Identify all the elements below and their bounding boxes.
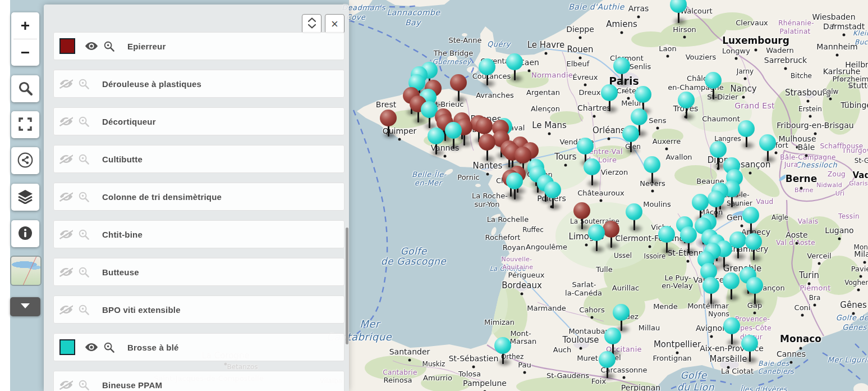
marker-head (702, 277, 719, 294)
layer-item[interactable]: Butteuse (53, 258, 345, 286)
marker-head (599, 351, 616, 368)
marker-head (476, 117, 493, 134)
eye-hidden-icon[interactable] (59, 191, 73, 202)
layers-panel: × EpierreurDérouleuse à plastiquesDécort… (44, 4, 349, 391)
zoom-to-layer-icon[interactable] (78, 191, 90, 203)
map-marker-red[interactable] (380, 110, 397, 143)
marker-shadow (508, 193, 524, 202)
layer-item[interactable]: Epierreur (53, 32, 345, 60)
layer-item[interactable]: Bineuse PPAM (53, 371, 345, 391)
map-marker-cyan[interactable] (741, 335, 758, 369)
map-marker-cyan[interactable] (678, 92, 695, 125)
zoom-to-layer-icon[interactable] (78, 153, 90, 165)
panel-close-button[interactable]: × (325, 14, 345, 34)
map-marker-cyan[interactable] (544, 181, 561, 215)
layer-label: Cultibutte (102, 154, 143, 164)
map-marker-cyan[interactable] (705, 72, 722, 106)
map-marker-cyan[interactable] (506, 172, 523, 206)
about-button[interactable] (11, 220, 39, 247)
marker-shadow (682, 247, 698, 256)
layer-item[interactable]: Brosse à blé (53, 333, 345, 361)
map-marker-cyan[interactable] (479, 58, 495, 92)
marker-shadow (725, 338, 741, 347)
marker-shadow (603, 105, 619, 114)
map-marker-red[interactable] (450, 74, 467, 108)
zoom-to-layer-icon[interactable] (78, 266, 90, 278)
map-marker-cyan[interactable] (670, 0, 687, 30)
zoom-to-layer-icon[interactable] (103, 342, 115, 353)
eye-hidden-icon[interactable] (59, 266, 73, 278)
eye-visible-icon[interactable] (85, 342, 98, 353)
marker-shadow (590, 245, 606, 254)
map-marker-cyan[interactable] (658, 226, 675, 260)
toolbar-more-button[interactable] (10, 297, 40, 316)
eye-hidden-icon[interactable] (59, 379, 73, 390)
map-marker-cyan[interactable] (723, 272, 740, 306)
layer-label: Colonne de tri densimètrique (102, 192, 222, 202)
map-marker-cyan[interactable] (588, 224, 605, 258)
layer-item[interactable]: Chtit-bine (53, 220, 345, 248)
zoom-to-layer-icon[interactable] (78, 304, 90, 316)
page-left-margin (0, 0, 10, 391)
zoom-to-layer-icon[interactable] (78, 379, 90, 391)
zoom-to-layer-icon[interactable] (103, 40, 115, 52)
marker-head (588, 224, 605, 241)
eye-hidden-icon[interactable] (59, 304, 73, 315)
marker-head (741, 335, 758, 352)
share-button[interactable] (11, 147, 39, 174)
fullscreen-button[interactable] (11, 111, 39, 138)
zoom-to-layer-icon[interactable] (78, 116, 90, 128)
eye-hidden-icon[interactable] (59, 229, 73, 240)
eye-visible-icon[interactable] (85, 40, 98, 52)
map-marker-cyan[interactable] (445, 122, 462, 156)
map-marker-cyan[interactable] (745, 233, 762, 267)
panel-reorder-button[interactable] (302, 14, 322, 34)
layer-label: BPO viti extensible (102, 305, 181, 315)
panel-scrollbar[interactable] (346, 228, 348, 344)
marker-shadow (740, 141, 756, 150)
map-marker-cyan[interactable] (506, 53, 523, 87)
layers-button[interactable] (11, 184, 39, 211)
zoom-in-button[interactable]: + (11, 12, 39, 39)
map-marker-cyan[interactable] (680, 226, 697, 260)
map-marker-cyan[interactable] (622, 125, 639, 159)
marker-head (678, 92, 695, 108)
map-marker-cyan[interactable] (723, 317, 740, 351)
marker-head (692, 194, 709, 211)
map-marker-cyan[interactable] (494, 337, 511, 371)
map-marker-cyan[interactable] (626, 203, 642, 237)
search-button[interactable] (11, 75, 39, 102)
map-marker-cyan[interactable] (738, 120, 755, 154)
marker-shadow (725, 293, 741, 302)
marker-head (479, 134, 495, 151)
map-marker-cyan[interactable] (599, 351, 616, 385)
layer-item[interactable]: Dérouleuse à plastiques (53, 70, 345, 98)
eye-hidden-icon[interactable] (59, 116, 73, 127)
minimap-toggle[interactable] (10, 256, 42, 286)
marker-head (631, 108, 647, 125)
zoom-to-layer-icon[interactable] (78, 229, 90, 240)
eye-hidden-icon[interactable] (59, 153, 73, 165)
marker-head (644, 156, 660, 173)
map-marker-cyan[interactable] (759, 134, 776, 168)
fullscreen-icon (18, 117, 33, 133)
layer-item[interactable]: BPO viti extensible (53, 295, 345, 324)
marker-head (738, 120, 755, 137)
marker-shadow (747, 254, 763, 263)
map-marker-red[interactable] (479, 134, 495, 167)
zoom-to-layer-icon[interactable] (78, 78, 90, 90)
map-marker-cyan[interactable] (702, 277, 719, 311)
zoom-out-button[interactable]: − (11, 39, 39, 66)
layer-item[interactable]: Cultibutte (53, 145, 345, 173)
marker-head (705, 72, 722, 89)
layer-item[interactable]: Décortiqueur (53, 107, 345, 135)
map-marker-cyan[interactable] (601, 84, 618, 118)
map-marker-cyan[interactable] (644, 156, 660, 190)
marker-head (603, 221, 619, 238)
map-marker-cyan[interactable] (746, 277, 763, 311)
layer-color-swatch (59, 339, 75, 355)
layer-item[interactable]: Colonne de tri densimètrique (53, 183, 345, 211)
map-marker-cyan[interactable] (584, 158, 600, 192)
eye-hidden-icon[interactable] (59, 78, 73, 89)
map-marker-cyan[interactable] (428, 128, 444, 161)
